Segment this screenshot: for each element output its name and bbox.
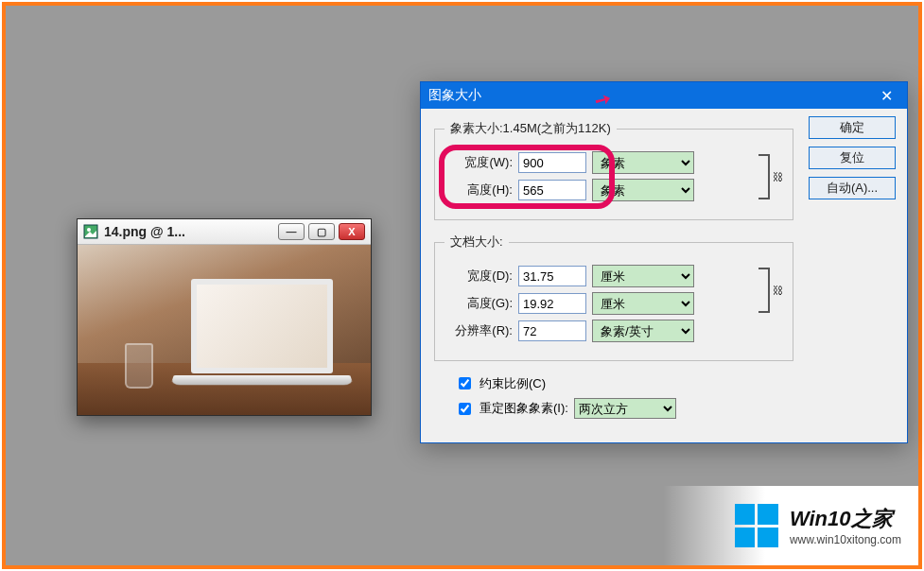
document-size-group: 文档大小: 宽度(D): 厘米 高度(G): 厘米 分辨率(R): (434, 234, 793, 361)
workspace: 14.png @ 1... — ▢ X 图象大小 ➚ ✕ 确定 复位 自动( (2, 2, 922, 569)
doc-height-unit-select[interactable]: 厘米 (592, 292, 694, 315)
resample-input[interactable] (459, 403, 471, 415)
constrain-proportions-label: 约束比例(C) (479, 375, 546, 392)
image-size-dialog: 图象大小 ➚ ✕ 确定 复位 自动(A)... 象素大小:1.45M(之前为11… (420, 81, 908, 443)
resample-label: 重定图象象素(I): (479, 400, 568, 417)
resolution-row: 分辨率(R): 象素/英寸 (445, 320, 783, 342)
image-canvas[interactable] (78, 245, 371, 415)
watermark-text: Win10之家 www.win10xitong.com (790, 505, 901, 546)
doc-height-label: 高度(G): (445, 295, 513, 312)
doc-width-row: 宽度(D): 厘米 (445, 265, 783, 287)
close-button[interactable]: X (339, 223, 365, 240)
pixel-width-row: 宽度(W): 象素 (445, 151, 783, 174)
image-window[interactable]: 14.png @ 1... — ▢ X (77, 218, 372, 416)
doc-width-label: 宽度(D): (445, 268, 513, 285)
dialog-title: 图象大小 (428, 87, 865, 104)
reset-button[interactable]: 复位 (809, 147, 896, 169)
pixel-width-label: 宽度(W): (445, 154, 513, 171)
pixel-height-label: 高度(H): (445, 182, 513, 199)
pixel-height-row: 高度(H): 象素 (445, 179, 783, 201)
dialog-titlebar[interactable]: 图象大小 ➚ ✕ (421, 82, 907, 109)
image-window-title: 14.png @ 1... (104, 224, 272, 239)
constrain-proportions-checkbox[interactable]: 约束比例(C) (455, 374, 793, 392)
resolution-unit-select[interactable]: 象素/英寸 (592, 320, 694, 342)
scene-glass (125, 343, 153, 389)
scene-laptop-screen (191, 279, 333, 373)
pixel-width-unit-select[interactable]: 象素 (592, 151, 694, 174)
watermark-url: www.win10xitong.com (790, 533, 901, 546)
scene-laptop-base (170, 375, 354, 385)
pixel-height-input[interactable] (518, 180, 586, 200)
pixel-width-input[interactable] (518, 152, 586, 173)
ok-button[interactable]: 确定 (809, 116, 896, 139)
pixel-height-unit-select[interactable]: 象素 (592, 179, 694, 201)
svg-point-1 (87, 228, 91, 232)
constrain-proportions-input[interactable] (459, 377, 471, 389)
dialog-side-buttons: 确定 复位 自动(A)... (809, 116, 896, 199)
resolution-label: 分辨率(R): (445, 322, 513, 339)
link-chain-icon[interactable]: ⛓ (773, 171, 783, 182)
doc-width-unit-select[interactable]: 厘米 (592, 265, 694, 287)
options-group: 约束比例(C) 重定图象象素(I): 两次立方 (455, 374, 793, 419)
link-bracket-icon (758, 268, 770, 313)
watermark: Win10之家 www.win10xitong.com (663, 486, 918, 565)
link-bracket-icon (758, 154, 770, 199)
auto-button[interactable]: 自动(A)... (809, 177, 896, 199)
doc-height-row: 高度(G): 厘米 (445, 292, 783, 315)
maximize-button[interactable]: ▢ (308, 223, 335, 240)
image-window-titlebar[interactable]: 14.png @ 1... — ▢ X (78, 219, 371, 245)
minimize-button[interactable]: — (278, 223, 305, 240)
app-icon (83, 224, 98, 239)
resample-checkbox[interactable]: 重定图象象素(I): 两次立方 (455, 398, 793, 419)
doc-height-input[interactable] (518, 293, 586, 314)
watermark-title: Win10之家 (790, 505, 901, 533)
resolution-input[interactable] (518, 320, 586, 341)
windows-logo-icon (735, 504, 778, 547)
dialog-body: 确定 复位 自动(A)... 象素大小:1.45M(之前为112K) 宽度(W)… (421, 109, 907, 436)
doc-width-input[interactable] (518, 266, 586, 286)
pixel-dimensions-legend: 象素大小:1.45M(之前为112K) (445, 120, 617, 137)
document-size-legend: 文档大小: (445, 234, 509, 251)
window-buttons: — ▢ X (278, 223, 365, 240)
pixel-dimensions-group: 象素大小:1.45M(之前为112K) 宽度(W): 象素 高度(H): 象素 (434, 120, 793, 220)
resample-method-select[interactable]: 两次立方 (574, 398, 676, 419)
dialog-close-button[interactable]: ✕ (865, 82, 907, 109)
link-chain-icon[interactable]: ⛓ (773, 285, 783, 296)
